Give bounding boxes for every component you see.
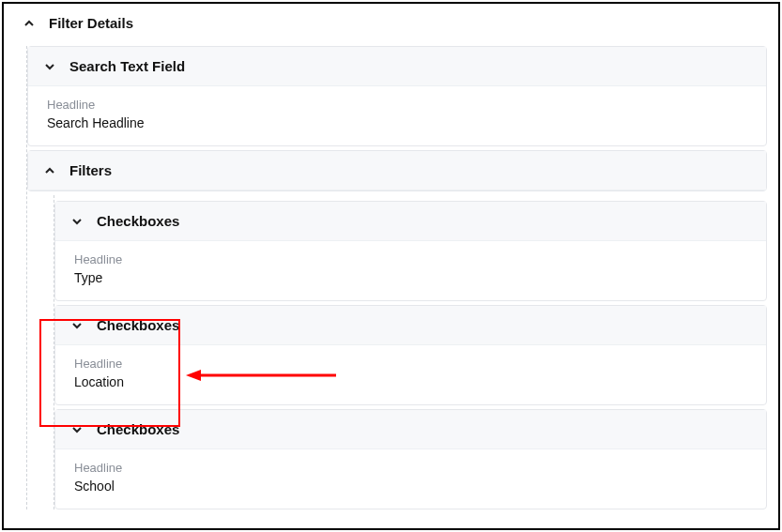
panel-body: Headline School xyxy=(55,449,766,509)
chevron-down-icon xyxy=(70,215,84,228)
panel-body: Headline Location xyxy=(55,345,766,404)
panel-head-checkboxes[interactable]: Checkboxes xyxy=(55,306,766,345)
panel-checkboxes-type: Checkboxes Headline Type xyxy=(54,201,767,301)
panel-body: Headline Type xyxy=(55,241,766,300)
panel-title: Checkboxes xyxy=(97,213,179,229)
chevron-down-icon xyxy=(70,319,84,332)
panel-title: Checkboxes xyxy=(97,317,179,333)
panel-body-search-text-field: Headline Search Headline xyxy=(28,86,766,145)
field-label: Headline xyxy=(47,98,747,112)
chevron-down-icon xyxy=(43,60,56,73)
filter-details-header[interactable]: Filter Details xyxy=(4,4,778,42)
field-value: Search Headline xyxy=(47,115,747,130)
field-label: Headline xyxy=(74,461,747,475)
filter-details-title: Filter Details xyxy=(49,15,133,31)
panel-checkboxes-location: Checkboxes Headline Location xyxy=(54,305,767,405)
field-value: Type xyxy=(74,270,747,285)
chevron-up-icon xyxy=(23,17,36,30)
filters-children: Checkboxes Headline Type Checkboxes Head… xyxy=(54,195,778,509)
panel-filters: Filters xyxy=(27,150,767,191)
panel-title: Filters xyxy=(69,162,112,178)
panel-head-checkboxes[interactable]: Checkboxes xyxy=(55,202,766,241)
chevron-down-icon xyxy=(70,423,84,436)
panel-title: Search Text Field xyxy=(69,58,185,74)
panel-search-text-field: Search Text Field Headline Search Headli… xyxy=(27,46,767,146)
panel-head-filters[interactable]: Filters xyxy=(28,151,766,190)
panel-head-checkboxes[interactable]: Checkboxes xyxy=(55,410,766,449)
chevron-up-icon xyxy=(43,164,56,177)
field-label: Headline xyxy=(74,252,747,266)
field-value: Location xyxy=(74,374,747,389)
field-value: School xyxy=(74,479,747,494)
field-label: Headline xyxy=(74,357,747,371)
panel-title: Checkboxes xyxy=(97,421,179,437)
panel-head-search-text-field[interactable]: Search Text Field xyxy=(28,47,766,86)
panel-checkboxes-school: Checkboxes Headline School xyxy=(54,409,767,509)
